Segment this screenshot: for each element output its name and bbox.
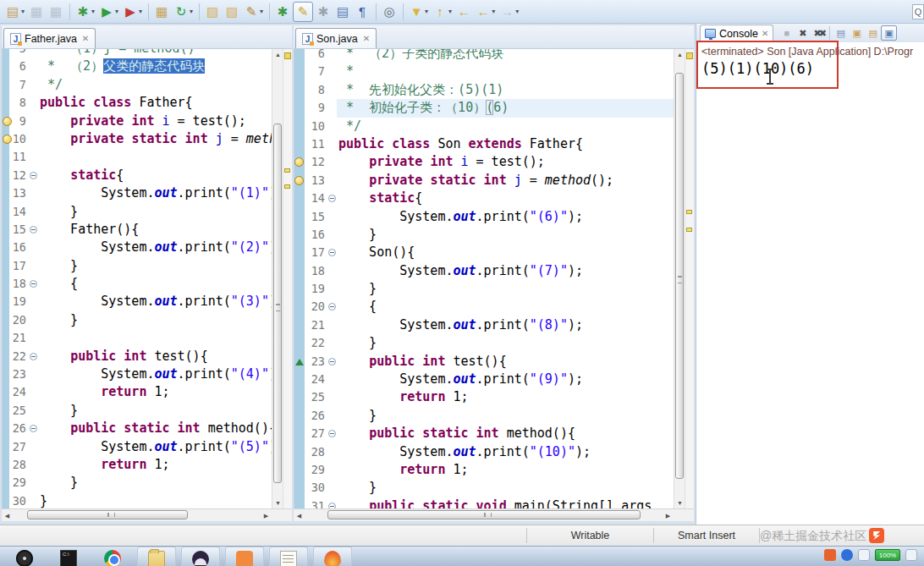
tray-battery[interactable]: 100% [875, 549, 900, 561]
scroll-thumb[interactable] [273, 124, 282, 483]
dropdown-caret-icon[interactable]: ▾ [425, 8, 428, 15]
code-text[interactable] [38, 148, 272, 166]
code-text[interactable]: Son(){ [337, 244, 674, 261]
scroll-left-icon[interactable]: ◀ [294, 510, 305, 521]
code-text[interactable]: * （2）父类的静态代码块 [38, 58, 272, 75]
show-on-output-button[interactable]: ▤ [865, 25, 881, 41]
warning-bulb-icon[interactable] [3, 135, 12, 144]
overview-ruler[interactable] [283, 49, 292, 508]
debug-button[interactable]: ✱▾ [74, 2, 96, 22]
code-text[interactable]: System.out.print("(7)"); [337, 262, 674, 280]
code-text[interactable]: */ [337, 118, 674, 135]
collapse-icon[interactable] [30, 353, 37, 360]
collapse-icon[interactable] [30, 226, 37, 234]
code-text[interactable]: } [38, 257, 272, 275]
collapse-icon[interactable] [328, 358, 336, 365]
dropdown-caret-icon[interactable]: ▾ [115, 8, 118, 15]
open-folder-button[interactable]: ▨ [203, 2, 222, 22]
tab-console[interactable]: Console ✕ [700, 25, 773, 42]
overview-all-marks-icon[interactable] [284, 52, 291, 59]
scroll-thumb[interactable] [327, 510, 641, 519]
collapse-icon[interactable] [30, 280, 37, 288]
dropdown-caret-icon[interactable]: ▾ [515, 8, 519, 15]
save-all-button[interactable]: ▦ [47, 2, 65, 22]
code-text[interactable]: public class Father{ [38, 94, 272, 112]
code-text[interactable]: } [337, 407, 674, 425]
external-tools-button[interactable]: ✱ [314, 2, 333, 22]
collapse-icon[interactable] [328, 249, 336, 256]
scroll-lock-button[interactable]: ▣ [849, 25, 865, 41]
dropdown-caret-icon[interactable]: ▾ [492, 8, 495, 15]
code-text[interactable]: public static int method(){ [38, 420, 272, 437]
collapse-icon[interactable] [328, 430, 336, 437]
search-button[interactable]: ◎ [380, 2, 399, 22]
tray-blue-app[interactable] [841, 549, 853, 561]
taskbar-notepad[interactable] [269, 547, 308, 566]
generate-button[interactable]: ↻▾ [172, 2, 195, 22]
close-icon[interactable]: ✕ [363, 34, 370, 43]
code-text[interactable]: private static int j = method(); [337, 172, 674, 190]
code-text[interactable]: { [38, 275, 272, 293]
override-indicator-icon[interactable] [295, 359, 304, 365]
pin-console-button[interactable]: ▣ [881, 25, 897, 41]
code-text[interactable]: } [337, 334, 674, 352]
code-text[interactable]: } [38, 474, 272, 492]
show-list-button[interactable]: ▤ [333, 2, 352, 22]
dropdown-caret-icon[interactable]: ▾ [260, 8, 263, 15]
horizontal-scrollbar[interactable]: ◀ ▶ [2, 508, 292, 521]
forward-button[interactable]: →▾ [498, 2, 520, 22]
occurrence-mark[interactable] [284, 168, 290, 173]
code-text[interactable]: System.out.print("(5)"); [38, 438, 272, 456]
collapse-icon[interactable] [30, 425, 37, 432]
collapse-icon[interactable] [30, 172, 37, 179]
code-text[interactable]: return 1; [38, 456, 272, 474]
code-text[interactable]: return 1; [38, 383, 272, 401]
dropdown-caret-icon[interactable]: ▾ [21, 8, 25, 15]
occurrence-mark[interactable] [686, 210, 692, 214]
code-text[interactable]: public class Son extends Father{ [337, 135, 674, 153]
scroll-thumb[interactable] [27, 510, 188, 519]
scroll-right-icon[interactable]: ▶ [261, 510, 272, 521]
father-code-area[interactable]: 5 * （1）j = method()6 * （2）父类的静态代码块7 */8p… [2, 49, 292, 508]
code-text[interactable]: return 1; [337, 461, 674, 479]
quick-access-box[interactable]: Q [912, 4, 924, 19]
code-text[interactable]: static{ [38, 167, 272, 184]
open-folder-2-button[interactable]: ▨ [223, 2, 241, 22]
collapse-icon[interactable] [328, 303, 336, 310]
code-text[interactable]: } [38, 402, 272, 420]
tray-more[interactable] [905, 549, 917, 561]
new-java-project-button[interactable]: ▦ [152, 2, 171, 22]
code-text[interactable]: } [337, 226, 674, 244]
tray-window[interactable] [858, 549, 870, 561]
tray-s-logo[interactable] [824, 549, 836, 561]
code-text[interactable]: public static void main(String[] args [337, 497, 674, 508]
taskbar-chrome[interactable] [93, 547, 132, 566]
mark-occurrences-button[interactable]: ✎ [293, 2, 313, 22]
scroll-right-icon[interactable]: ▶ [663, 510, 674, 521]
code-text[interactable]: public static int method(){ [337, 425, 674, 442]
taskbar-app-dark[interactable] [181, 547, 220, 566]
format-brush-button[interactable]: ✎▾ [242, 2, 265, 22]
code-text[interactable]: { [337, 298, 674, 316]
remove-launch-button[interactable]: ✖ [795, 25, 811, 41]
overview-all-marks-icon[interactable] [686, 52, 693, 59]
plug-button[interactable]: ✱ [273, 2, 292, 22]
vertical-scrollbar[interactable]: ▲ ▼ [674, 49, 685, 508]
occurrence-mark[interactable] [284, 184, 290, 189]
code-text[interactable]: * 初始化子类：（10）(6) [337, 99, 674, 117]
back-button[interactable]: ← [454, 2, 473, 22]
code-text[interactable]: * （2）子类的静态代码块 [337, 49, 674, 63]
code-text[interactable]: System.out.print("(2)"); [38, 239, 272, 256]
remove-all-launches-button[interactable]: ✖✖ [811, 25, 827, 41]
code-text[interactable]: * [337, 63, 674, 80]
up-annotation-button[interactable]: ↑▾ [431, 2, 454, 22]
overview-ruler[interactable] [685, 49, 694, 508]
taskbar-flame[interactable] [313, 547, 352, 566]
pin-button[interactable]: ¶ [353, 2, 371, 22]
code-text[interactable] [38, 329, 272, 347]
code-text[interactable]: Father(){ [38, 221, 272, 239]
coverage-run-button[interactable]: ▶▾ [121, 2, 144, 22]
code-text[interactable]: private static int j = method(); [38, 130, 272, 148]
taskbar-file-explorer[interactable] [137, 547, 176, 566]
close-icon[interactable]: ✕ [82, 34, 89, 43]
